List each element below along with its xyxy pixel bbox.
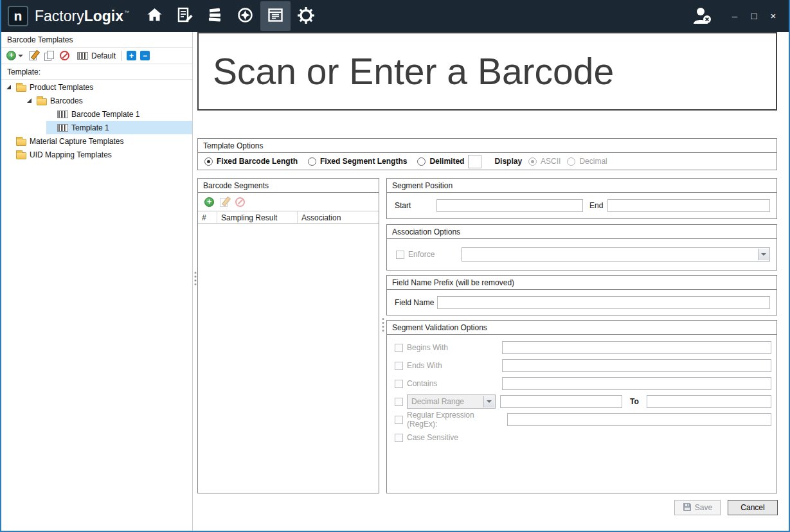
- remove-template-button[interactable]: [60, 51, 69, 60]
- brand-wordmark: FactoryLogix™: [35, 8, 129, 25]
- range-checkbox[interactable]: [395, 398, 403, 406]
- case-sensitive-row: Case Sensitive: [387, 429, 777, 447]
- ends-with-checkbox[interactable]: [395, 362, 403, 370]
- column-number[interactable]: #: [198, 211, 217, 223]
- radio-icon: [528, 157, 537, 166]
- tree-item-barcode-template-1[interactable]: Barcode Template 1: [1, 107, 192, 121]
- sidebar-barcode-templates: Barcode Templates + Default + − Template…: [1, 32, 193, 531]
- folder-icon: [16, 85, 26, 92]
- remove-segment-button[interactable]: [235, 197, 245, 207]
- tree-item-template-1[interactable]: Template 1: [1, 121, 192, 134]
- collapse-all-button[interactable]: −: [140, 51, 150, 60]
- barcode-icon: [57, 111, 68, 118]
- enforce-checkbox[interactable]: [396, 251, 404, 259]
- sidebar-splitter[interactable]: [193, 32, 197, 531]
- contains-row: Contains: [387, 375, 777, 393]
- panel-splitter[interactable]: [379, 178, 386, 493]
- contains-input[interactable]: [502, 377, 771, 390]
- radio-icon: [204, 157, 213, 166]
- splitter-grip[interactable]: [194, 272, 196, 285]
- begins-with-input[interactable]: [502, 341, 771, 354]
- main-content: Scan or Enter a Barcode Template Options…: [197, 32, 789, 531]
- radio-decimal[interactable]: Decimal: [567, 157, 607, 166]
- nav-settings-button[interactable]: [291, 1, 321, 31]
- expander-placeholder: [5, 137, 13, 145]
- radio-fixed-segment-lengths[interactable]: Fixed Segment Lengths: [308, 157, 407, 166]
- edit-template-button[interactable]: [29, 51, 39, 60]
- splitter-grip[interactable]: [382, 318, 384, 332]
- folder-icon: [16, 152, 26, 159]
- nav-production-button[interactable]: [170, 1, 200, 31]
- titlebar-right: – □ ×: [691, 6, 789, 27]
- cancel-button[interactable]: Cancel: [728, 500, 778, 515]
- segment-position-panel: Segment Position Start End: [386, 178, 777, 219]
- books-stack-icon: [206, 6, 224, 26]
- barcode-scan-input[interactable]: Scan or Enter a Barcode: [197, 32, 777, 111]
- case-sensitive-checkbox[interactable]: [395, 434, 403, 442]
- template-label: Template:: [1, 64, 192, 80]
- plus-icon: +: [207, 197, 211, 206]
- home-icon: [146, 6, 163, 26]
- default-label: Default: [91, 51, 116, 60]
- ends-with-input[interactable]: [502, 359, 771, 372]
- minimize-button[interactable]: –: [728, 9, 741, 23]
- save-button[interactable]: Save: [674, 500, 721, 515]
- chevron-down-icon[interactable]: [758, 249, 769, 260]
- barcode-segments-panel: Barcode Segments + # Sampling Result Ass…: [197, 178, 379, 493]
- radio-delimited[interactable]: Delimited: [417, 157, 464, 166]
- delimiter-input[interactable]: [468, 155, 481, 168]
- main-nav: [139, 0, 321, 32]
- report-icon: [267, 6, 284, 26]
- add-dropdown-caret-icon[interactable]: [18, 55, 23, 60]
- footer-buttons: Save Cancel: [674, 500, 778, 515]
- tree-item-material-capture-templates[interactable]: Material Capture Templates: [1, 134, 192, 148]
- begins-with-checkbox[interactable]: [395, 344, 403, 352]
- user-logout-icon[interactable]: [691, 6, 713, 27]
- clipboard-pencil-icon: [176, 6, 193, 26]
- nav-navigator-button[interactable]: [230, 1, 260, 31]
- segments-toolbar: +: [198, 193, 379, 211]
- add-segment-button[interactable]: +: [204, 197, 214, 207]
- range-from-input[interactable]: [500, 395, 622, 408]
- expand-all-button[interactable]: +: [127, 51, 136, 60]
- contains-checkbox[interactable]: [395, 380, 403, 388]
- display-label: Display: [494, 157, 522, 166]
- range-to-input[interactable]: [647, 395, 771, 408]
- column-sampling-result[interactable]: Sampling Result: [217, 211, 298, 223]
- add-template-button[interactable]: +: [6, 51, 16, 60]
- copy-template-button[interactable]: [44, 51, 54, 60]
- segment-validation-panel: Segment Validation Options Begins With E…: [386, 320, 777, 493]
- end-label: End: [589, 201, 607, 210]
- radio-fixed-barcode-length[interactable]: Fixed Barcode Length: [204, 157, 298, 166]
- expander-placeholder: [5, 151, 13, 159]
- radio-ascii[interactable]: ASCII: [528, 157, 561, 166]
- expander-placeholder: [46, 111, 54, 118]
- nav-home-button[interactable]: [139, 1, 170, 31]
- chevron-down-icon[interactable]: [483, 396, 494, 407]
- expander-icon[interactable]: [26, 97, 33, 105]
- template-options-title: Template Options: [198, 139, 777, 153]
- regex-input[interactable]: [507, 413, 771, 426]
- brand-factory: Factory: [35, 8, 84, 25]
- end-input[interactable]: [607, 199, 770, 212]
- association-combobox[interactable]: [462, 247, 770, 262]
- regex-checkbox[interactable]: [395, 416, 403, 424]
- range-type-combobox[interactable]: Decimal Range: [407, 395, 496, 409]
- expander-icon[interactable]: [5, 84, 13, 91]
- nav-materials-button[interactable]: [200, 1, 230, 31]
- toolbar-divider: [121, 51, 122, 61]
- app-body: Barcode Templates + Default + − Template…: [1, 32, 789, 531]
- edit-segment-button[interactable]: [220, 197, 229, 207]
- tree-item-barcodes[interactable]: Barcodes: [1, 94, 192, 107]
- tree-item-product-templates[interactable]: Product Templates: [1, 80, 192, 94]
- maximize-button[interactable]: □: [748, 9, 760, 23]
- brand-logix: Logix: [84, 8, 123, 25]
- close-button[interactable]: ×: [767, 9, 780, 23]
- tree-item-uid-mapping-templates[interactable]: UID Mapping Templates: [1, 148, 192, 161]
- regex-row: Regular Expression (RegEx):: [387, 411, 777, 429]
- column-association[interactable]: Association: [298, 211, 379, 223]
- nav-templates-button[interactable]: [260, 1, 291, 31]
- start-input[interactable]: [436, 199, 583, 212]
- gear-icon: [297, 6, 315, 26]
- field-name-input[interactable]: [437, 296, 770, 309]
